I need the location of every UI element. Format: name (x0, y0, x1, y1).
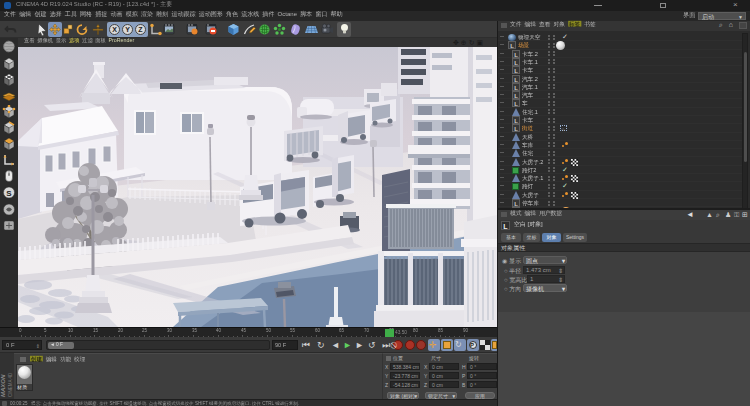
svg-text:S: S (6, 189, 12, 198)
svg-text:X: X (112, 26, 117, 33)
svg-text:Y: Y (125, 26, 130, 33)
svg-text:Z: Z (138, 26, 143, 33)
